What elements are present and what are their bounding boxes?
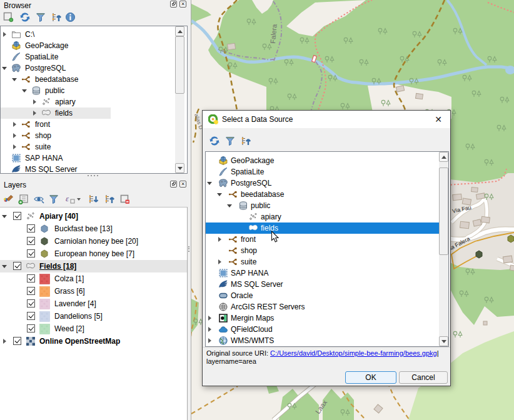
svg-text:ε: ε xyxy=(66,194,69,203)
